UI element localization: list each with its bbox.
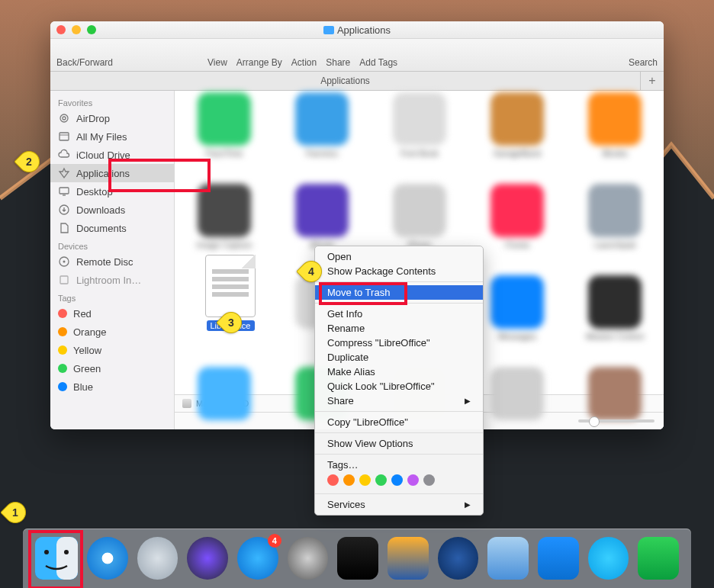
- sidebar-label: Remote Disc: [76, 256, 133, 268]
- dock-preview[interactable]: [487, 537, 529, 580]
- menu-show-package-contents[interactable]: Show Package Contents: [315, 264, 483, 278]
- svg-rect-9: [60, 276, 68, 284]
- menu-make-alias[interactable]: Make Alias: [315, 365, 483, 379]
- tag-dot-icon: [58, 382, 67, 391]
- app-icon[interactable]: [198, 367, 251, 420]
- sidebar-label: AirDrop: [76, 113, 110, 124]
- menu-open[interactable]: Open: [315, 249, 483, 264]
- apps-icon: [58, 167, 70, 179]
- app-icon[interactable]: [490, 92, 544, 146]
- app-icon[interactable]: [490, 367, 544, 420]
- dock-launchpad[interactable]: [137, 537, 178, 580]
- sidebar-label: Red: [73, 308, 92, 320]
- sidebar-item-lightroom-in-[interactable]: Lightroom In…: [50, 271, 174, 289]
- app-icon[interactable]: [490, 275, 544, 329]
- tags-button[interactable]: Add Tags: [359, 57, 397, 68]
- titlebar[interactable]: Applications: [50, 21, 664, 39]
- app-icon[interactable]: [393, 184, 446, 237]
- svg-point-1: [63, 117, 66, 120]
- dock-activity[interactable]: [337, 537, 378, 580]
- airdrop-icon: [58, 112, 70, 124]
- view-button[interactable]: View: [207, 57, 227, 68]
- app-icon[interactable]: [588, 275, 642, 329]
- dock-siri[interactable]: [187, 537, 228, 580]
- sidebar-label: Yellow: [73, 345, 101, 356]
- app-label: FaceTime: [178, 149, 270, 158]
- app-icon[interactable]: [588, 367, 642, 420]
- dock-display[interactable]: [388, 537, 429, 580]
- tag-color[interactable]: [359, 474, 371, 486]
- toolbar: Back/Forward View Arrange By Action Shar…: [50, 39, 664, 72]
- sidebar-item-remote-disc[interactable]: Remote Disc: [50, 252, 174, 271]
- action-button[interactable]: Action: [291, 57, 317, 68]
- tag-color[interactable]: [407, 474, 419, 486]
- menu-get-info[interactable]: Get Info: [315, 307, 483, 321]
- tag-color[interactable]: [327, 474, 339, 486]
- app-icon[interactable]: [295, 92, 349, 146]
- sidebar: Favorites AirDropAll My FilesiCloud Driv…: [50, 91, 175, 429]
- sidebar-tag-orange[interactable]: Orange: [50, 323, 174, 341]
- desktop-icon: [58, 185, 70, 198]
- downloads-icon: [58, 204, 70, 216]
- app-icon[interactable]: [198, 92, 251, 146]
- dock-appstore[interactable]: 4: [237, 537, 278, 580]
- new-tab-button[interactable]: +: [640, 72, 664, 90]
- zoom-slider[interactable]: [578, 419, 654, 423]
- sidebar-item-documents[interactable]: Documents: [50, 219, 174, 237]
- documents-icon: [58, 222, 70, 234]
- cloud-icon: [58, 149, 70, 161]
- app-label: Launchpad: [569, 240, 661, 249]
- svg-rect-4: [60, 188, 69, 194]
- menu-rename[interactable]: Rename: [315, 321, 483, 336]
- menu-view-options[interactable]: Show View Options: [315, 436, 483, 451]
- back-forward-button[interactable]: Back/Forward: [56, 57, 113, 68]
- tag-color[interactable]: [423, 474, 435, 486]
- dock-facetime[interactable]: [638, 537, 679, 580]
- tabbar: Applications +: [50, 72, 664, 91]
- menu-compress-libreoffice[interactable]: Compress "LibreOffice": [315, 336, 483, 350]
- menu-duplicate[interactable]: Duplicate: [315, 350, 483, 365]
- window-title: Applications: [50, 24, 664, 36]
- app-icon[interactable]: [588, 92, 642, 146]
- app-icon[interactable]: [588, 184, 642, 237]
- tags-heading: Tags: [50, 289, 174, 304]
- menu-tags[interactable]: Tags…: [315, 458, 483, 472]
- annotation-box-1: [28, 530, 83, 588]
- menu-services[interactable]: Services▶: [315, 497, 483, 512]
- app-icon[interactable]: [295, 184, 349, 237]
- menu-copy[interactable]: Copy "LibreOffice": [315, 415, 483, 429]
- sidebar-item-airdrop[interactable]: AirDrop: [50, 109, 174, 127]
- tag-colors[interactable]: [315, 472, 483, 490]
- share-button[interactable]: Share: [326, 57, 350, 68]
- tag-color[interactable]: [375, 474, 387, 486]
- sidebar-label: Desktop: [76, 186, 113, 198]
- sidebar-label: Orange: [73, 326, 106, 338]
- tag-color[interactable]: [343, 474, 355, 486]
- sidebar-tag-blue[interactable]: Blue: [50, 378, 174, 396]
- app-label: Faronics: [276, 149, 368, 158]
- dock-quicktime[interactable]: [438, 537, 479, 580]
- app-icon[interactable]: [393, 92, 446, 146]
- sidebar-item-downloads[interactable]: Downloads: [50, 201, 174, 219]
- desktop: Applications Back/Forward View Arrange B…: [0, 0, 714, 588]
- arrange-button[interactable]: Arrange By: [236, 57, 282, 68]
- app-label: Image Capture: [178, 240, 270, 249]
- dock-settings[interactable]: [288, 537, 329, 580]
- tab-applications[interactable]: Applications: [50, 72, 640, 90]
- menu-share[interactable]: Share▶: [315, 394, 483, 408]
- sidebar-label: Green: [73, 363, 101, 374]
- tag-color[interactable]: [391, 474, 403, 486]
- sidebar-label: Downloads: [76, 204, 125, 216]
- dock-messages[interactable]: [588, 537, 629, 580]
- sidebar-item-all-my-files[interactable]: All My Files: [50, 127, 174, 146]
- sidebar-tag-green[interactable]: Green: [50, 359, 174, 378]
- dock-xcode[interactable]: [538, 537, 579, 580]
- menu-quick-look-libreoffice[interactable]: Quick Look "LibreOffice": [315, 379, 483, 394]
- tag-dot-icon: [58, 309, 67, 318]
- sidebar-tag-yellow[interactable]: Yellow: [50, 341, 174, 359]
- dock-safari[interactable]: [87, 537, 128, 580]
- sidebar-label: All My Files: [76, 131, 127, 143]
- app-icon[interactable]: [490, 184, 544, 237]
- sidebar-tag-red[interactable]: Red: [50, 304, 174, 323]
- search-button[interactable]: Search: [629, 57, 658, 68]
